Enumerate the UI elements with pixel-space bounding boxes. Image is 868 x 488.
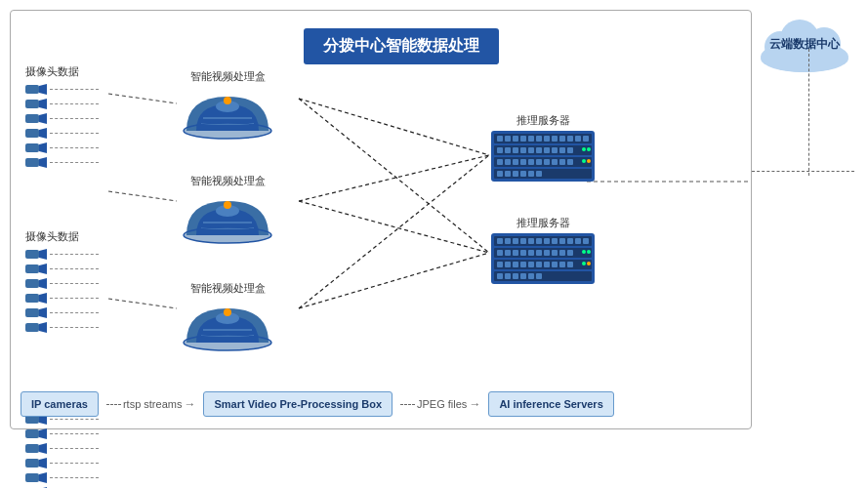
svg-rect-77 (559, 136, 565, 142)
svg-rect-128 (497, 250, 503, 256)
svg-marker-41 (39, 458, 47, 468)
title-banner: 分拨中心智能数据处理 (304, 28, 499, 64)
svg-rect-82 (505, 147, 511, 153)
svg-rect-30 (25, 308, 39, 317)
svg-rect-84 (520, 147, 526, 153)
svg-rect-78 (567, 136, 573, 142)
svg-rect-97 (544, 159, 550, 165)
camera-icon (25, 127, 47, 140)
svg-point-57 (224, 201, 231, 209)
svg-rect-89 (559, 147, 565, 153)
camera-icon (25, 471, 47, 484)
svg-rect-90 (567, 147, 573, 153)
svg-rect-146 (559, 262, 565, 267)
cloud-container: 云端数据中心 (751, 10, 858, 83)
proc-box-label-1: 智能视频处理盒 (190, 69, 266, 84)
svg-rect-130 (513, 250, 518, 256)
camera-row (25, 306, 99, 319)
camera-row (25, 442, 99, 455)
svg-marker-17 (39, 128, 47, 139)
svg-rect-131 (520, 250, 526, 256)
camera-row (25, 263, 99, 275)
camera-row (25, 457, 99, 469)
svg-rect-18 (25, 143, 39, 152)
svg-rect-42 (25, 473, 39, 482)
svg-rect-121 (536, 238, 542, 244)
svg-rect-144 (544, 262, 550, 267)
svg-point-154 (582, 250, 586, 254)
svg-rect-102 (505, 171, 511, 177)
svg-rect-95 (528, 159, 534, 165)
svg-marker-19 (39, 142, 47, 153)
camera-row (25, 321, 99, 334)
svg-marker-15 (39, 113, 47, 124)
svg-rect-94 (520, 159, 526, 165)
svg-rect-101 (497, 171, 503, 177)
svg-rect-10 (25, 85, 39, 94)
svg-rect-12 (25, 100, 39, 108)
camera-row (25, 98, 99, 110)
svg-rect-140 (513, 262, 518, 267)
svg-rect-136 (559, 250, 565, 256)
svg-rect-127 (583, 238, 589, 244)
camera-row (25, 127, 99, 140)
camera-icons-2 (25, 248, 99, 334)
svg-rect-126 (575, 238, 581, 244)
svg-marker-31 (39, 307, 47, 318)
svg-line-4 (299, 99, 489, 253)
svg-rect-36 (25, 429, 39, 438)
camera-row (25, 277, 99, 290)
svg-point-108 (587, 147, 591, 151)
svg-marker-11 (39, 84, 47, 95)
svg-rect-20 (25, 158, 39, 167)
svg-rect-145 (552, 262, 558, 267)
proc-box-2: 智能视频处理盒 (182, 174, 274, 245)
camera-label-2: 摄像头数据 (25, 229, 99, 244)
svg-rect-116 (497, 238, 503, 244)
svg-rect-117 (505, 238, 511, 244)
proc-box-label-3: 智能视频处理盒 (190, 281, 266, 296)
svg-rect-32 (25, 323, 39, 332)
svg-rect-98 (552, 159, 558, 165)
svg-line-7 (299, 155, 489, 308)
server-box-1: 推理服务器 (489, 113, 597, 184)
svg-rect-137 (567, 250, 573, 256)
camera-row (25, 156, 99, 169)
svg-line-5 (299, 155, 489, 201)
svg-rect-85 (528, 147, 534, 153)
rack-server-svg-1 (489, 131, 597, 184)
svg-rect-96 (536, 159, 542, 165)
dome-camera-svg-2 (182, 191, 274, 245)
camera-icon (25, 321, 47, 334)
cloud-connector-line (752, 171, 854, 172)
proc-box-label-2: 智能视频处理盒 (190, 174, 266, 188)
svg-rect-93 (513, 159, 518, 165)
svg-marker-13 (39, 99, 47, 109)
camera-row (25, 248, 99, 261)
server-label-1: 推理服务器 (517, 113, 570, 128)
camera-row (25, 83, 99, 96)
svg-marker-21 (39, 157, 47, 168)
svg-rect-149 (505, 273, 511, 279)
svg-rect-87 (544, 147, 550, 153)
svg-marker-37 (39, 428, 47, 439)
svg-rect-104 (520, 171, 526, 177)
svg-rect-122 (544, 238, 550, 244)
proc-box-1: 智能视频处理盒 (182, 69, 274, 141)
svg-rect-71 (513, 136, 518, 142)
camera-icons-3 (25, 413, 99, 488)
svg-rect-74 (536, 136, 542, 142)
ai-servers-box: AI inference Servers (488, 391, 613, 417)
svg-rect-134 (544, 250, 550, 256)
camera-group-1: 摄像头数据 (25, 64, 99, 169)
camera-icon (25, 457, 47, 469)
cloud-vertical-line (808, 49, 809, 176)
rtsp-label: rtsp streams (123, 398, 183, 410)
svg-rect-147 (567, 262, 573, 267)
bottom-legend: IP cameras rtsp streams → Smart Video Pr… (21, 391, 741, 417)
camera-row (25, 142, 99, 154)
svg-rect-72 (520, 136, 526, 142)
svg-rect-106 (536, 171, 542, 177)
svg-rect-105 (528, 171, 534, 177)
camera-row (25, 292, 99, 305)
